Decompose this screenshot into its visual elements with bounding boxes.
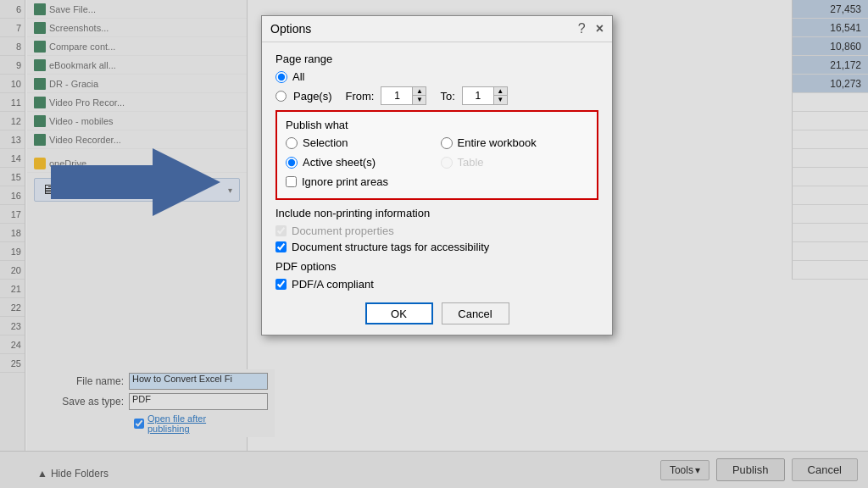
to-up[interactable]: ▲ [493,87,507,96]
dialog-titlebar: Options ? × [262,16,612,42]
selection-radio-row: Selection [286,136,434,149]
from-up[interactable]: ▲ [412,87,426,96]
all-radio[interactable] [275,71,287,83]
document-properties-checkbox[interactable] [275,225,287,236]
page-range-title: Page range [275,53,598,65]
entire-workbook-label: Entire workbook [458,136,537,149]
close-icon[interactable]: × [596,21,604,36]
non-printing-section: Include non-printing information Documen… [275,207,598,253]
non-printing-title: Include non-printing information [275,207,598,219]
from-arrows: ▲ ▼ [412,87,426,104]
pages-label: Page(s) [293,90,332,103]
publish-what-title: Publish what [286,119,588,131]
publish-what-section: Publish what Selection Entire workbook A… [275,110,598,200]
all-label: All [292,70,304,83]
pdf-options-section: PDF options PDF/A compliant [275,260,598,291]
all-radio-row: All [275,70,598,83]
entire-workbook-radio[interactable] [441,137,453,149]
selection-radio[interactable] [286,137,298,149]
to-input[interactable] [463,87,493,104]
active-sheet-label: Active sheet(s) [303,156,376,169]
pages-radio[interactable] [275,91,287,102]
dialog-cancel-button[interactable]: Cancel [442,302,509,324]
to-spinner[interactable]: ▲ ▼ [462,86,508,105]
doc-properties-row: Document properties [275,225,598,237]
help-icon[interactable]: ? [578,21,586,36]
active-sheet-radio-row: Active sheet(s) [286,156,434,169]
from-down[interactable]: ▼ [412,96,426,104]
dialog-body: Page range All Page(s) From: ▲ ▼ To: ▲ [262,42,612,335]
publish-grid: Selection Entire workbook Active sheet(s… [286,136,588,172]
ignore-print-areas-row: Ignore print areas [286,175,588,188]
table-radio-row: Table [441,156,589,169]
document-structure-checkbox[interactable] [275,241,287,252]
document-structure-label: Document structure tags for accessibilit… [292,241,489,253]
pages-radio-row: Page(s) From: ▲ ▼ To: ▲ ▼ [275,86,598,105]
to-down[interactable]: ▼ [493,96,507,104]
table-radio[interactable] [441,157,453,169]
from-input[interactable] [381,87,412,104]
options-dialog: Options ? × Page range All Page(s) From:… [261,15,613,336]
from-label: From: [346,90,375,103]
from-spinner[interactable]: ▲ ▼ [381,86,426,105]
dialog-title: Options [270,22,311,36]
pdf-options-title: PDF options [275,260,598,273]
selection-label: Selection [303,136,348,149]
to-label: To: [440,90,454,103]
pdfa-row: PDF/A compliant [275,278,598,291]
dialog-buttons: OK Cancel [275,302,598,324]
doc-structure-row: Document structure tags for accessibilit… [275,241,598,253]
pdfa-checkbox[interactable] [275,279,287,290]
pdfa-label: PDF/A compliant [292,278,374,291]
entire-workbook-radio-row: Entire workbook [441,136,589,149]
table-label: Table [458,156,484,169]
ignore-print-areas-label: Ignore print areas [302,175,388,188]
ignore-print-areas-checkbox[interactable] [286,176,297,187]
dialog-controls: ? × [578,21,604,36]
document-properties-label: Document properties [292,225,394,237]
to-arrows: ▲ ▼ [493,87,507,104]
active-sheet-radio[interactable] [286,157,298,169]
ok-button[interactable]: OK [365,302,433,324]
